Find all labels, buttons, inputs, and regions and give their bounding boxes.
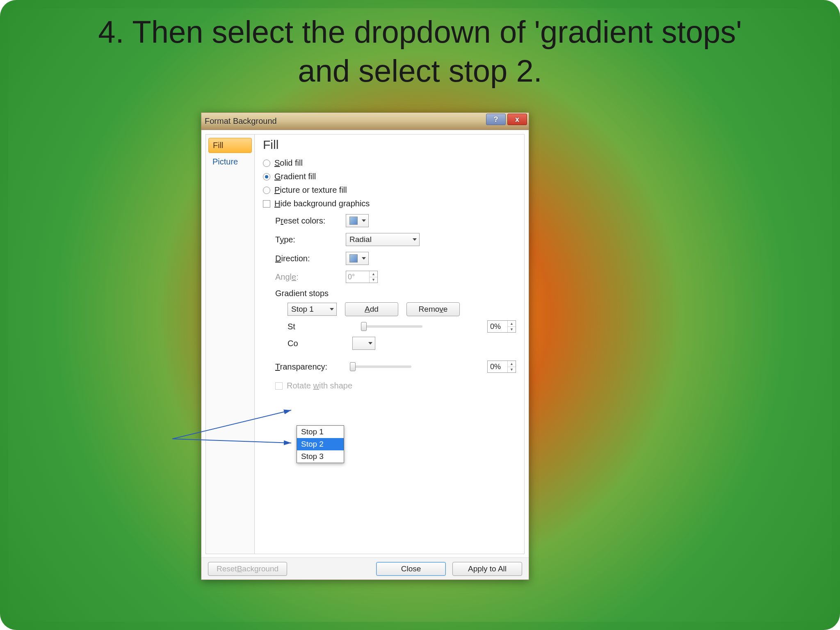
color-label-truncated: Co — [288, 339, 298, 348]
gradient-fill-option[interactable]: Gradient fill — [263, 172, 516, 181]
transparency-label: Transparency: — [275, 362, 345, 372]
rotate-with-shape-label: Rotate with shape — [287, 381, 352, 390]
window-close-button[interactable]: x — [507, 114, 527, 125]
chevron-down-icon — [362, 257, 366, 260]
color-swatch-icon — [349, 217, 358, 225]
hide-bg-label: Hide background graphics — [274, 199, 370, 208]
dropdown-item-stop-3[interactable]: Stop 3 — [297, 450, 344, 463]
spin-down-icon[interactable]: ▼ — [508, 327, 516, 333]
picture-fill-label: Picture or texture fill — [274, 185, 347, 195]
direction-label: Direction: — [275, 254, 341, 263]
stop-position-value: 0% — [490, 322, 501, 331]
picture-fill-option[interactable]: Picture or texture fill — [263, 185, 516, 195]
solid-fill-label: Solid fill — [274, 158, 303, 168]
help-button[interactable]: ? — [486, 114, 506, 125]
dropdown-item-stop-1[interactable]: Stop 1 — [297, 426, 344, 438]
slider-thumb-icon[interactable] — [350, 362, 356, 371]
format-background-dialog: Format Background ? x Fill Picture Fill … — [201, 112, 529, 580]
gradient-stop-dropdown-list[interactable]: Stop 1 Stop 2 Stop 3 — [297, 425, 344, 463]
stop-color-dropdown[interactable] — [352, 337, 375, 350]
transparency-slider[interactable] — [350, 365, 411, 368]
transparency-value: 0% — [490, 363, 501, 371]
gradient-stop-dropdown[interactable]: Stop 1 — [288, 303, 337, 316]
dialog-main-panel: Fill Solid fill Gradient fill Picture or… — [255, 134, 525, 554]
angle-spinner: 0° ▲▼ — [346, 271, 378, 283]
add-stop-button[interactable]: Add — [345, 302, 398, 316]
gradient-stops-label: Gradient stops — [275, 289, 516, 298]
radio-checked-icon — [263, 173, 270, 180]
chevron-down-icon — [330, 308, 334, 310]
direction-swatch-icon — [349, 254, 358, 262]
slider-thumb-icon[interactable] — [361, 322, 367, 331]
direction-dropdown[interactable] — [346, 252, 369, 265]
stop-position-spinner[interactable]: 0% ▲▼ — [487, 320, 516, 333]
angle-value: 0° — [348, 273, 355, 281]
angle-label: Angle: — [275, 272, 341, 282]
preset-colors-dropdown[interactable] — [346, 214, 369, 227]
radio-icon — [263, 160, 270, 167]
dialog-footer: Reset Background Close Apply to All — [201, 557, 529, 580]
slide-instruction-title: 4. Then select the dropdown of 'gradient… — [71, 12, 769, 90]
spin-up-icon[interactable]: ▲ — [508, 321, 516, 327]
stop-selected-value: Stop 1 — [291, 305, 314, 314]
spin-down-icon: ▼ — [370, 277, 377, 283]
preset-colors-label: Preset colors: — [275, 216, 341, 226]
type-label: Type: — [275, 235, 341, 244]
sidebar-item-picture[interactable]: Picture — [208, 155, 252, 169]
fill-heading: Fill — [263, 138, 516, 152]
reset-background-button: Reset Background — [208, 562, 287, 576]
apply-to-all-button[interactable]: Apply to All — [452, 562, 522, 576]
checkbox-disabled-icon — [275, 382, 283, 390]
dropdown-item-stop-2[interactable]: Stop 2 — [297, 438, 344, 450]
chevron-down-icon — [368, 342, 372, 345]
dialog-title: Format Background — [205, 116, 277, 126]
remove-stop-button[interactable]: Remove — [406, 302, 460, 316]
stop-position-label-truncated: St — [288, 322, 295, 331]
spin-up-icon: ▲ — [370, 271, 377, 277]
close-icon: x — [515, 115, 519, 124]
chevron-down-icon — [362, 219, 366, 222]
type-dropdown[interactable]: Radial — [346, 233, 420, 246]
close-button[interactable]: Close — [376, 562, 446, 576]
hide-bg-option[interactable]: Hide background graphics — [263, 199, 516, 208]
stop-position-slider[interactable] — [361, 325, 422, 328]
chevron-down-icon — [413, 238, 417, 241]
checkbox-icon — [263, 200, 270, 208]
transparency-spinner[interactable]: 0% ▲▼ — [487, 361, 516, 373]
spin-up-icon[interactable]: ▲ — [508, 361, 516, 367]
solid-fill-option[interactable]: Solid fill — [263, 158, 516, 168]
dialog-titlebar[interactable]: Format Background ? x — [201, 113, 529, 130]
spin-down-icon[interactable]: ▼ — [508, 367, 516, 373]
gradient-fill-label: Gradient fill — [274, 172, 316, 181]
radio-icon — [263, 187, 270, 194]
help-icon: ? — [494, 115, 498, 124]
sidebar-item-fill[interactable]: Fill — [208, 138, 252, 153]
type-value: Radial — [349, 235, 372, 244]
dialog-sidebar: Fill Picture — [205, 134, 255, 554]
